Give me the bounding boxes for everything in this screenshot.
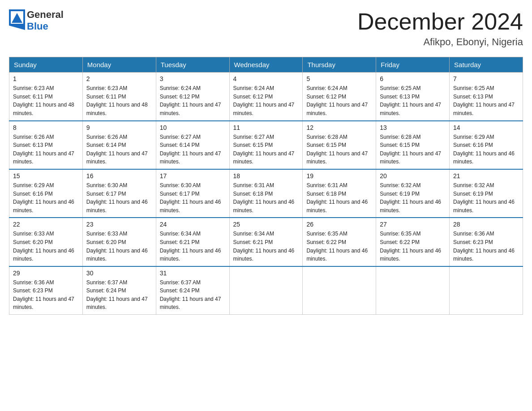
calendar-week-row: 22 Sunrise: 6:33 AM Sunset: 6:20 PM Dayl… [9,218,523,266]
day-number: 24 [160,221,226,228]
calendar-cell: 29 Sunrise: 6:36 AM Sunset: 6:23 PM Dayl… [9,266,83,315]
calendar-cell: 25 Sunrise: 6:34 AM Sunset: 6:21 PM Dayl… [229,218,303,266]
calendar-cell: 14 Sunrise: 6:29 AM Sunset: 6:16 PM Dayl… [450,121,523,169]
day-number: 28 [453,221,519,228]
calendar-cell: 22 Sunrise: 6:33 AM Sunset: 6:20 PM Dayl… [9,218,83,266]
calendar-cell: 3 Sunrise: 6:24 AM Sunset: 6:12 PM Dayli… [156,73,229,121]
calendar-cell: 6 Sunrise: 6:25 AM Sunset: 6:13 PM Dayli… [376,73,450,121]
calendar-cell [376,266,450,315]
logo-icon [9,9,25,32]
day-info: Sunrise: 6:27 AM Sunset: 6:15 PM Dayligh… [233,133,299,166]
day-info: Sunrise: 6:24 AM Sunset: 6:12 PM Dayligh… [160,84,226,117]
calendar-header-row: SundayMondayTuesdayWednesdayThursdayFrid… [9,57,523,73]
calendar-cell: 27 Sunrise: 6:35 AM Sunset: 6:22 PM Dayl… [376,218,450,266]
day-number: 25 [233,221,299,228]
day-info: Sunrise: 6:24 AM Sunset: 6:12 PM Dayligh… [306,84,372,117]
calendar-week-row: 15 Sunrise: 6:29 AM Sunset: 6:16 PM Dayl… [9,169,523,218]
day-info: Sunrise: 6:35 AM Sunset: 6:22 PM Dayligh… [306,230,372,263]
day-info: Sunrise: 6:28 AM Sunset: 6:15 PM Dayligh… [306,133,372,166]
day-number: 5 [306,75,372,82]
day-number: 2 [86,75,152,82]
col-header-tuesday: Tuesday [156,57,229,73]
day-number: 21 [453,172,519,180]
day-info: Sunrise: 6:30 AM Sunset: 6:17 PM Dayligh… [160,181,226,214]
day-number: 12 [306,124,372,131]
day-info: Sunrise: 6:37 AM Sunset: 6:24 PM Dayligh… [160,278,226,312]
calendar-cell: 28 Sunrise: 6:36 AM Sunset: 6:23 PM Dayl… [450,218,523,266]
location-title: Afikpo, Ebonyi, Nigeria [357,36,523,48]
day-number: 9 [86,124,152,131]
day-number: 22 [13,221,79,228]
col-header-thursday: Thursday [303,57,376,73]
calendar-cell: 30 Sunrise: 6:37 AM Sunset: 6:24 PM Dayl… [82,266,156,315]
calendar-cell: 17 Sunrise: 6:30 AM Sunset: 6:17 PM Dayl… [156,169,229,218]
calendar-cell: 26 Sunrise: 6:35 AM Sunset: 6:22 PM Dayl… [303,218,376,266]
svg-marker-1 [9,26,25,30]
day-number: 7 [453,75,519,82]
day-number: 11 [233,124,299,131]
calendar-cell: 16 Sunrise: 6:30 AM Sunset: 6:17 PM Dayl… [82,169,156,218]
day-info: Sunrise: 6:32 AM Sunset: 6:19 PM Dayligh… [453,181,519,214]
day-info: Sunrise: 6:29 AM Sunset: 6:16 PM Dayligh… [13,181,79,214]
col-header-sunday: Sunday [9,57,83,73]
day-info: Sunrise: 6:33 AM Sunset: 6:20 PM Dayligh… [13,230,79,263]
calendar-cell: 15 Sunrise: 6:29 AM Sunset: 6:16 PM Dayl… [9,169,83,218]
calendar-cell [450,266,523,315]
day-number: 17 [160,172,226,180]
day-number: 4 [233,75,299,82]
calendar-table: SundayMondayTuesdayWednesdayThursdayFrid… [9,57,523,315]
day-info: Sunrise: 6:24 AM Sunset: 6:12 PM Dayligh… [233,84,299,117]
title-section: December 2024 Afikpo, Ebonyi, Nigeria [357,9,523,48]
day-number: 15 [13,172,79,180]
day-info: Sunrise: 6:33 AM Sunset: 6:20 PM Dayligh… [86,230,152,263]
day-number: 31 [160,270,226,277]
day-info: Sunrise: 6:32 AM Sunset: 6:19 PM Dayligh… [380,181,446,214]
day-number: 1 [13,75,79,82]
day-info: Sunrise: 6:31 AM Sunset: 6:18 PM Dayligh… [306,181,372,214]
day-number: 27 [380,221,446,228]
day-number: 19 [306,172,372,180]
logo: General Blue [9,9,64,32]
calendar-cell: 31 Sunrise: 6:37 AM Sunset: 6:24 PM Dayl… [156,266,229,315]
calendar-cell: 13 Sunrise: 6:28 AM Sunset: 6:15 PM Dayl… [376,121,450,169]
day-info: Sunrise: 6:31 AM Sunset: 6:18 PM Dayligh… [233,181,299,214]
day-info: Sunrise: 6:25 AM Sunset: 6:13 PM Dayligh… [380,84,446,117]
day-info: Sunrise: 6:25 AM Sunset: 6:13 PM Dayligh… [453,84,519,117]
day-info: Sunrise: 6:23 AM Sunset: 6:11 PM Dayligh… [86,84,152,117]
day-number: 23 [86,221,152,228]
day-info: Sunrise: 6:23 AM Sunset: 6:11 PM Dayligh… [13,84,79,117]
day-number: 14 [453,124,519,131]
day-info: Sunrise: 6:36 AM Sunset: 6:23 PM Dayligh… [13,278,79,312]
day-info: Sunrise: 6:27 AM Sunset: 6:14 PM Dayligh… [160,133,226,166]
calendar-cell: 5 Sunrise: 6:24 AM Sunset: 6:12 PM Dayli… [303,73,376,121]
calendar-cell: 2 Sunrise: 6:23 AM Sunset: 6:11 PM Dayli… [82,73,156,121]
day-info: Sunrise: 6:28 AM Sunset: 6:15 PM Dayligh… [380,133,446,166]
calendar-cell: 24 Sunrise: 6:34 AM Sunset: 6:21 PM Dayl… [156,218,229,266]
day-info: Sunrise: 6:26 AM Sunset: 6:13 PM Dayligh… [13,133,79,166]
calendar-cell: 4 Sunrise: 6:24 AM Sunset: 6:12 PM Dayli… [229,73,303,121]
calendar-cell: 10 Sunrise: 6:27 AM Sunset: 6:14 PM Dayl… [156,121,229,169]
day-info: Sunrise: 6:34 AM Sunset: 6:21 PM Dayligh… [233,230,299,263]
calendar-cell: 23 Sunrise: 6:33 AM Sunset: 6:20 PM Dayl… [82,218,156,266]
calendar-cell: 11 Sunrise: 6:27 AM Sunset: 6:15 PM Dayl… [229,121,303,169]
calendar-week-row: 8 Sunrise: 6:26 AM Sunset: 6:13 PM Dayli… [9,121,523,169]
day-number: 20 [380,172,446,180]
col-header-monday: Monday [82,57,156,73]
day-number: 13 [380,124,446,131]
day-number: 10 [160,124,226,131]
calendar-cell: 20 Sunrise: 6:32 AM Sunset: 6:19 PM Dayl… [376,169,450,218]
day-number: 16 [86,172,152,180]
col-header-wednesday: Wednesday [229,57,303,73]
day-number: 6 [380,75,446,82]
col-header-friday: Friday [376,57,450,73]
day-info: Sunrise: 6:29 AM Sunset: 6:16 PM Dayligh… [453,133,519,166]
calendar-week-row: 1 Sunrise: 6:23 AM Sunset: 6:11 PM Dayli… [9,73,523,121]
day-info: Sunrise: 6:26 AM Sunset: 6:14 PM Dayligh… [86,133,152,166]
calendar-cell: 12 Sunrise: 6:28 AM Sunset: 6:15 PM Dayl… [303,121,376,169]
calendar-cell [303,266,376,315]
calendar-cell [229,266,303,315]
logo-text: General Blue [27,9,64,32]
month-title: December 2024 [357,9,523,34]
logo-blue: Blue [27,21,48,32]
day-info: Sunrise: 6:35 AM Sunset: 6:22 PM Dayligh… [380,230,446,263]
